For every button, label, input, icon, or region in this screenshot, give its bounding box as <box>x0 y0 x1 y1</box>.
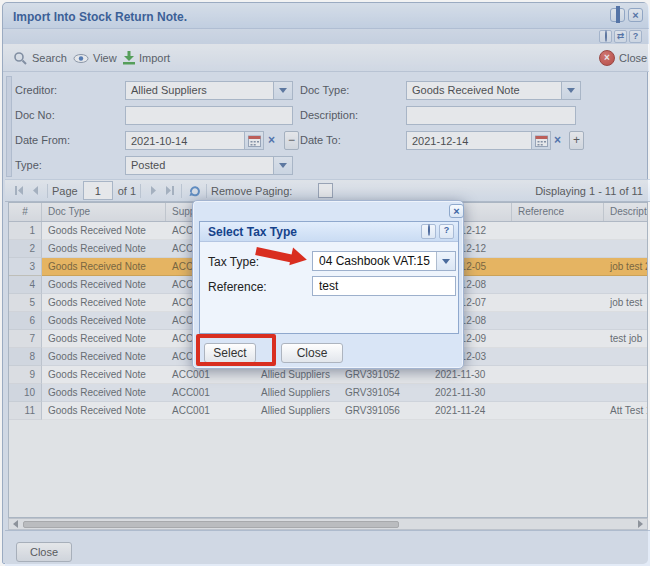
modal-panel-header: Select Tax Type ? <box>200 222 458 242</box>
modal-help-button[interactable]: ? <box>439 224 454 239</box>
annotation-highlight-rectangle <box>196 334 276 366</box>
modal-close-button[interactable]: × <box>449 204 464 218</box>
modal-title: Select Tax Type <box>208 225 421 239</box>
chevron-down-icon <box>442 259 450 264</box>
tax-type-combo[interactable]: 04 Cashbook VAT:15 <box>312 251 456 271</box>
modal-close-footer-button[interactable]: Close <box>281 343 343 363</box>
screen: Import Into Stock Return Note. × ⇄ ? Sea… <box>0 0 650 566</box>
select-tax-type-panel: Select Tax Type ? Tax Type: 04 Cashbook … <box>199 221 459 334</box>
modal-reference-label: Reference: <box>208 277 267 297</box>
tax-type-value: 04 Cashbook VAT:15 <box>313 252 436 270</box>
modal-reference-field[interactable] <box>312 276 456 296</box>
modal-reference-input[interactable] <box>313 277 455 295</box>
tax-type-label: Tax Type: <box>208 252 259 272</box>
tax-type-dropdown-trigger[interactable] <box>436 252 455 270</box>
gear-icon <box>428 224 430 236</box>
modal-gear-button[interactable] <box>421 224 436 239</box>
